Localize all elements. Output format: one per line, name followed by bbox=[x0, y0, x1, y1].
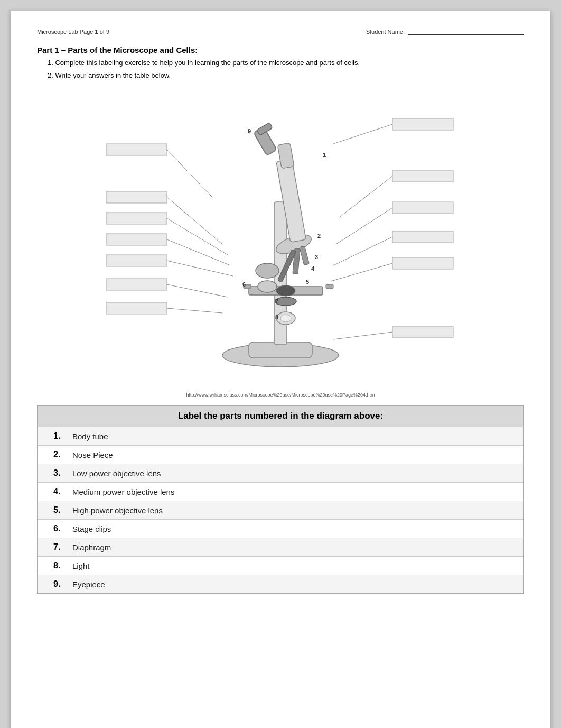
svg-rect-36 bbox=[300, 246, 310, 265]
label-list-item-3: 3.Low power objective lens bbox=[38, 464, 523, 483]
svg-text:5: 5 bbox=[306, 279, 309, 285]
header-row: Microscope Lab Page 1 of 9 Student Name: bbox=[37, 26, 524, 35]
item-number-4: 4. bbox=[53, 487, 72, 496]
svg-text:8: 8 bbox=[275, 314, 278, 320]
svg-point-45 bbox=[280, 315, 291, 322]
item-number-2: 2. bbox=[53, 450, 72, 459]
item-number-8: 8. bbox=[53, 561, 72, 570]
url-credit: http://www.williamsclass.com/Microscope%… bbox=[37, 392, 524, 398]
label-list-item-2: 2.Nose Piece bbox=[38, 446, 523, 464]
svg-text:6: 6 bbox=[242, 281, 246, 288]
label-list-item-9: 9.Eyepiece bbox=[38, 575, 523, 593]
svg-text:7: 7 bbox=[275, 298, 278, 305]
svg-text:1: 1 bbox=[323, 152, 326, 158]
item-text-3: Low power objective lens bbox=[72, 469, 161, 478]
svg-point-30 bbox=[276, 285, 295, 296]
svg-text:2: 2 bbox=[317, 233, 321, 239]
label-list-item-7: 7.Diaphragm bbox=[38, 538, 523, 557]
item-text-1: Body tube bbox=[72, 432, 108, 441]
page-label: Microscope Lab Page 1 of 9 bbox=[37, 29, 109, 35]
diagram-container: 1 2 3 4 5 6 7 8 9 bbox=[96, 91, 465, 387]
item-text-5: High power objective lens bbox=[72, 506, 163, 515]
label-list-item-5: 5.High power objective lens bbox=[38, 501, 523, 520]
student-name-row: Student Name: bbox=[366, 26, 524, 35]
svg-point-33 bbox=[256, 263, 279, 278]
item-number-1: 1. bbox=[53, 431, 72, 441]
microscope-image: 1 2 3 4 5 6 7 8 9 bbox=[96, 91, 465, 387]
item-number-7: 7. bbox=[53, 542, 72, 552]
part1-title: Part 1 – Parts of the Microscope and Cel… bbox=[37, 45, 524, 54]
label-section: Label the parts numbered in the diagram … bbox=[37, 405, 524, 594]
item-text-4: Medium power objective lens bbox=[72, 487, 174, 496]
item-number-3: 3. bbox=[53, 468, 72, 478]
svg-rect-32 bbox=[326, 284, 333, 289]
student-name-input-line[interactable] bbox=[408, 26, 524, 35]
item-text-2: Nose Piece bbox=[72, 450, 113, 459]
svg-text:9: 9 bbox=[248, 128, 251, 134]
label-list: 1.Body tube2.Nose Piece3.Low power objec… bbox=[38, 427, 523, 593]
svg-text:3: 3 bbox=[315, 254, 318, 260]
item-text-9: Eyepiece bbox=[72, 580, 105, 589]
label-section-header: Label the parts numbered in the diagram … bbox=[38, 406, 523, 427]
microscope-svg: 1 2 3 4 5 6 7 8 9 bbox=[201, 107, 360, 371]
instruction-2: 2. Write your answers in the table below… bbox=[48, 70, 524, 81]
label-list-item-8: 8.Light bbox=[38, 557, 523, 575]
page-number: 1 bbox=[95, 29, 98, 35]
part1-section: Part 1 – Parts of the Microscope and Cel… bbox=[37, 45, 524, 80]
item-number-9: 9. bbox=[53, 579, 72, 589]
page-total: 9 bbox=[106, 29, 109, 35]
item-text-8: Light bbox=[72, 561, 90, 570]
label-list-item-6: 6.Stage clips bbox=[38, 520, 523, 538]
student-name-label: Student Name: bbox=[366, 29, 405, 35]
instruction-1: 1. Complete this labeling exercise to he… bbox=[48, 58, 524, 68]
svg-point-34 bbox=[258, 281, 277, 292]
item-number-5: 5. bbox=[53, 505, 72, 515]
page: Microscope Lab Page 1 of 9 Student Name:… bbox=[11, 11, 550, 728]
label-list-item-1: 1.Body tube bbox=[38, 427, 523, 446]
item-number-6: 6. bbox=[53, 524, 72, 533]
label-list-item-4: 4.Medium power objective lens bbox=[38, 483, 523, 501]
item-text-6: Stage clips bbox=[72, 524, 111, 533]
page-label-text: Microscope Lab Page bbox=[37, 29, 95, 35]
svg-text:4: 4 bbox=[311, 265, 315, 272]
item-text-7: Diaphragm bbox=[72, 543, 111, 552]
